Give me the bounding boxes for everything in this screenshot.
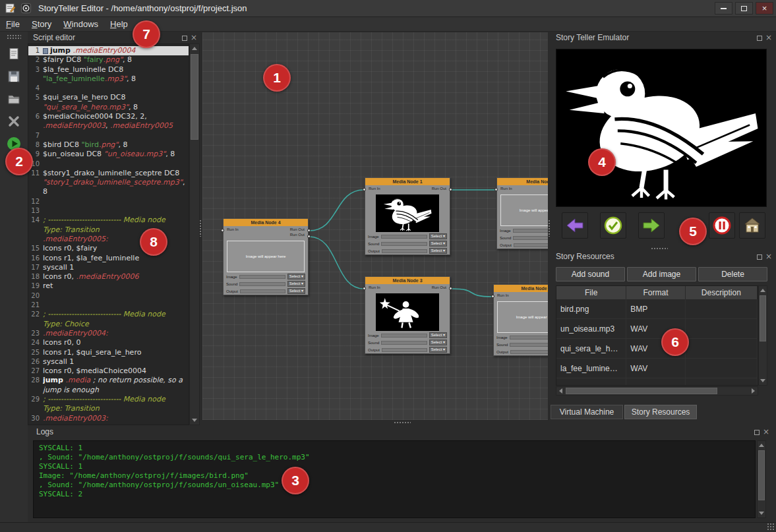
line-number bbox=[28, 74, 43, 84]
select-button[interactable]: Select ▾ bbox=[429, 241, 447, 247]
close-button[interactable]: × bbox=[756, 2, 773, 15]
scrollbar-thumb[interactable] bbox=[566, 388, 717, 394]
scroll-up-icon[interactable] bbox=[758, 441, 765, 450]
tab-virtual-machine[interactable]: Virtual Machine bbox=[551, 405, 623, 419]
add-sound-button[interactable]: Add sound bbox=[556, 267, 625, 281]
new-script-button[interactable] bbox=[5, 45, 23, 63]
menu-file[interactable]: File bbox=[0, 18, 26, 30]
code-token: "la_fee_luminelle bbox=[43, 74, 105, 83]
table-row[interactable]: fairy.pngBMP bbox=[556, 378, 758, 386]
node-property-label: Output bbox=[226, 289, 238, 293]
code-token: .mediaEntry0005 bbox=[110, 121, 173, 130]
menu-windows[interactable]: Windows bbox=[57, 18, 104, 30]
resources-float-icon[interactable] bbox=[757, 254, 762, 260]
select-button[interactable]: Select ▾ bbox=[429, 332, 447, 338]
code-token: .mediaEntry0004: bbox=[43, 329, 108, 338]
node-property-label: Sound bbox=[368, 341, 379, 345]
open-project-button[interactable] bbox=[5, 90, 23, 108]
resources-close-icon[interactable]: × bbox=[765, 254, 772, 260]
splitter-canvas-logs[interactable] bbox=[394, 421, 411, 425]
emulator-pause-button[interactable] bbox=[709, 212, 735, 239]
emulator-previous-button[interactable] bbox=[562, 212, 588, 239]
scrollbar-thumb[interactable] bbox=[191, 54, 198, 140]
splitter-emulator-resources[interactable] bbox=[651, 247, 668, 251]
node-graph-canvas[interactable]: Media Node 4Run InRun OutRun OutImage wi… bbox=[202, 32, 549, 421]
scroll-left-icon[interactable] bbox=[556, 387, 565, 395]
node-property-label: Image bbox=[226, 275, 237, 279]
resources-hscrollbar[interactable] bbox=[556, 386, 758, 396]
menu-help[interactable]: Help bbox=[104, 18, 134, 30]
select-button[interactable]: Select ▾ bbox=[429, 233, 447, 239]
save-button[interactable] bbox=[5, 67, 23, 86]
node-property-row: OutputSelect ▾ bbox=[365, 247, 450, 254]
script-editor-float-icon[interactable] bbox=[182, 36, 187, 41]
code-token: Type: Transition bbox=[43, 225, 100, 234]
scroll-down-icon[interactable] bbox=[759, 376, 767, 385]
select-button[interactable]: Select ▾ bbox=[429, 248, 447, 254]
code-line: jump is enough bbox=[43, 386, 189, 395]
select-button[interactable]: Select ▾ bbox=[429, 347, 447, 353]
scroll-up-icon[interactable] bbox=[190, 44, 199, 53]
graph-node[interactable]: Media Node 4Run InRun OutRun OutImage wi… bbox=[223, 218, 309, 295]
log-line: SYSCALL: 1 bbox=[39, 444, 755, 453]
node-property-label: Image bbox=[368, 334, 379, 338]
connection-wire[interactable] bbox=[309, 190, 364, 231]
line-number: 21 bbox=[28, 301, 43, 310]
logs-float-icon[interactable] bbox=[754, 430, 760, 435]
log-line: SYSCALL: 1 bbox=[39, 462, 755, 471]
scroll-down-icon[interactable] bbox=[758, 509, 765, 517]
close-project-button[interactable] bbox=[5, 112, 23, 131]
table-row[interactable]: qui_sera_le_h…WAV bbox=[556, 339, 758, 359]
select-button[interactable]: Select ▾ bbox=[287, 288, 305, 294]
logs-close-icon[interactable]: × bbox=[763, 429, 769, 435]
emulator-next-button[interactable] bbox=[638, 212, 665, 239]
menu-story[interactable]: Story bbox=[26, 18, 57, 30]
left-toolbar bbox=[0, 32, 28, 522]
scroll-right-icon[interactable] bbox=[749, 387, 758, 395]
code-token: $fairy DC8 bbox=[43, 55, 84, 64]
connection-wire[interactable] bbox=[451, 289, 492, 297]
minimize-button[interactable] bbox=[715, 2, 732, 15]
column-header-format[interactable]: Format bbox=[626, 286, 685, 299]
emulator-home-button[interactable] bbox=[739, 212, 765, 239]
code-token: $un_oiseau DC8 bbox=[43, 150, 104, 158]
code-token: $mediaChoice0004 DC32, 2, bbox=[43, 112, 147, 121]
select-button[interactable]: Select ▾ bbox=[287, 274, 305, 280]
graph-node[interactable]: Media Node 2Run InImage will appear here… bbox=[493, 284, 549, 356]
scrollbar-thumb[interactable] bbox=[758, 450, 765, 500]
maximize-button[interactable] bbox=[735, 2, 753, 15]
select-button[interactable]: Select ▾ bbox=[429, 340, 447, 345]
emulator-close-icon[interactable]: × bbox=[765, 35, 772, 41]
table-row[interactable]: la_fee_lumine…WAV bbox=[556, 359, 758, 378]
scroll-down-icon[interactable] bbox=[190, 416, 199, 425]
code-line: $un_oiseau DC8 "un_oiseau.mp3", 8 bbox=[43, 150, 189, 159]
line-number: 11 bbox=[28, 169, 43, 178]
column-header-description[interactable]: Description bbox=[686, 286, 758, 299]
node-title: Media Node bbox=[497, 178, 549, 185]
script-editor-scrollbar[interactable] bbox=[189, 44, 200, 425]
scrollbar-thumb[interactable] bbox=[760, 295, 766, 341]
graph-node[interactable]: Media NodeRun InImage will appear hereIm… bbox=[496, 177, 549, 249]
resources-vscrollbar[interactable] bbox=[758, 285, 767, 386]
delete-button[interactable]: Delete bbox=[698, 267, 767, 281]
select-button[interactable]: Select ▾ bbox=[287, 281, 305, 287]
emulator-validate-button[interactable] bbox=[600, 212, 626, 239]
script-editor-close-icon[interactable]: × bbox=[191, 35, 197, 41]
resize-grip[interactable] bbox=[767, 523, 775, 531]
editor-row: 11$story1_drako_luminelle_sceptre DC8 bbox=[28, 169, 189, 178]
table-row[interactable]: bird.pngBMP bbox=[556, 299, 758, 319]
graph-node[interactable]: Media Node 3Run InRun OutImageSelect ▾So… bbox=[365, 276, 450, 354]
logs-scrollbar[interactable] bbox=[757, 440, 766, 518]
tab-story-resources[interactable]: Story Resources bbox=[624, 405, 697, 419]
splitter-script-canvas[interactable] bbox=[199, 220, 202, 237]
editor-row: 25lcons r1, $qui_sera_le_hero bbox=[28, 348, 189, 357]
column-header-file[interactable]: File bbox=[556, 286, 626, 299]
connection-wire[interactable] bbox=[309, 237, 364, 289]
scroll-up-icon[interactable] bbox=[759, 286, 767, 295]
emulator-float-icon[interactable] bbox=[757, 36, 762, 41]
graph-node[interactable]: Media Node 1Run InRun OutImageSelect ▾So… bbox=[365, 177, 450, 255]
toolbar-drag-handle[interactable] bbox=[7, 34, 21, 40]
add-image-button[interactable]: Add image bbox=[627, 267, 696, 281]
table-row[interactable]: un_oiseau.mp3WAV bbox=[556, 319, 758, 339]
right-panel: Story Teller Emulator × bbox=[551, 32, 776, 425]
